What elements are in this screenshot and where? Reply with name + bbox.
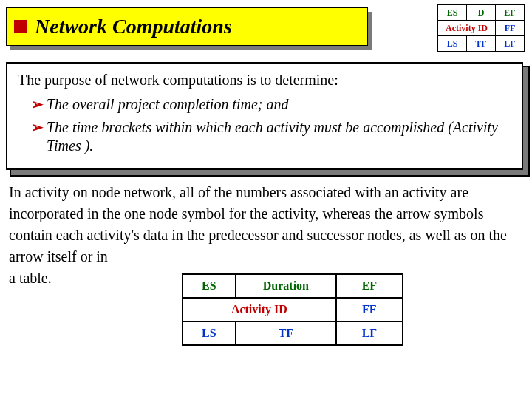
slide: Network Computations ES D EF Activity ID… xyxy=(0,0,532,399)
big-activity-id: Activity ID xyxy=(183,298,336,321)
bullet-1: ➢ The overall project completion time; a… xyxy=(31,95,511,114)
legend-mini-table: ES D EF Activity ID FF LS TF LF xyxy=(437,4,525,52)
purpose-box-front: The purpose of network computations is t… xyxy=(6,62,523,170)
paragraph-part1: In activity on node network, all of the … xyxy=(9,184,507,265)
mini-ls: LS xyxy=(438,36,467,52)
mini-es: ES xyxy=(438,5,467,21)
big-duration: Duration xyxy=(236,274,336,298)
big-ff: FF xyxy=(336,298,403,321)
big-tf: TF xyxy=(236,321,336,345)
title-front: Network Computations xyxy=(6,7,368,46)
bullet-2: ➢ The time brackets within which each ac… xyxy=(31,118,511,155)
mini-lf: LF xyxy=(496,36,525,52)
paragraph-last-prefix: a table. xyxy=(9,267,52,289)
mini-tf: TF xyxy=(467,36,496,52)
big-ls: LS xyxy=(183,321,236,345)
arrow-bullet-icon: ➢ xyxy=(31,95,44,113)
node-symbol-table: ES Duration EF Activity ID FF LS TF LF xyxy=(182,273,403,346)
mini-d: D xyxy=(467,5,496,21)
body-paragraph: In activity on node network, all of the … xyxy=(6,182,529,346)
mini-ff: FF xyxy=(496,21,525,36)
big-es: ES xyxy=(183,274,236,298)
square-bullet-icon xyxy=(14,20,27,33)
bullet-2-text: The time brackets within which each acti… xyxy=(47,118,511,155)
purpose-box: The purpose of network computations is t… xyxy=(6,62,523,170)
big-ef: EF xyxy=(336,274,403,298)
title-box: Network Computations xyxy=(6,7,368,46)
purpose-intro: The purpose of network computations is t… xyxy=(18,71,511,89)
mini-activity-id: Activity ID xyxy=(438,21,496,36)
bullet-1-text: The overall project completion time; and xyxy=(47,95,289,114)
node-symbol-table-wrap: ES Duration EF Activity ID FF LS TF LF xyxy=(182,273,403,346)
mini-ef: EF xyxy=(496,5,525,21)
header-row: Network Computations ES D EF Activity ID… xyxy=(6,4,526,52)
arrow-bullet-icon: ➢ xyxy=(31,118,44,136)
paragraph-last-row: a table. ES Duration EF Activity ID FF L… xyxy=(9,267,526,346)
big-lf: LF xyxy=(336,321,403,345)
slide-title: Network Computations xyxy=(35,15,232,38)
